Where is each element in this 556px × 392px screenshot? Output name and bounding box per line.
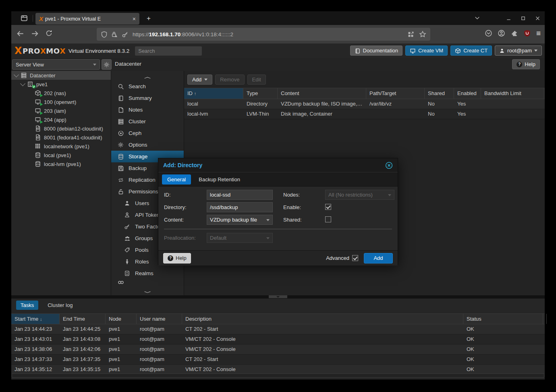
tree-expander[interactable] [14, 72, 19, 77]
reload-button[interactable] [45, 29, 55, 39]
tree-settings-button[interactable] [102, 59, 112, 70]
column-header-content[interactable]: Content [278, 88, 366, 99]
help-button[interactable]: ? Help [512, 59, 540, 69]
horizontal-scrollbar[interactable] [12, 373, 544, 377]
directory-field[interactable] [207, 202, 273, 212]
tree-item-vm[interactable]: 203 (iam) [11, 106, 111, 115]
question-icon: ? [517, 62, 522, 67]
back-button[interactable] [16, 29, 26, 39]
ublock-icon[interactable] [523, 29, 531, 37]
task-row[interactable]: Jan 23 14:37:33Jan 23 14:37:35pve1root@p… [11, 355, 545, 365]
new-tab-button[interactable]: + [144, 14, 153, 23]
browser-titlebar: X pve1 - Proxmox Virtual E × + [11, 11, 545, 25]
tracking-shield-icon[interactable] [101, 31, 108, 37]
shared-checkbox[interactable] [325, 216, 331, 222]
bookmark-star-icon[interactable] [419, 31, 426, 38]
tab-backup-retention[interactable]: Backup Retention [193, 174, 245, 185]
menu-item-clipped[interactable] [111, 279, 184, 286]
dialog-add-button[interactable]: Add [364, 253, 393, 263]
column-header-start-time[interactable]: Start Time ↓ [11, 314, 60, 324]
tree-expander[interactable] [20, 81, 25, 86]
table-row[interactable]: local-lvmLVM-ThinDisk image, ContainerNo… [184, 109, 545, 119]
tab-cluster-log[interactable]: Cluster log [43, 301, 77, 310]
menu-item-summary[interactable]: Summary [111, 92, 184, 104]
column-header-type[interactable]: Type [243, 88, 278, 99]
remove-button[interactable]: Remove [215, 75, 244, 85]
column-header-path[interactable]: Path/Target [366, 88, 425, 99]
add-button[interactable]: Add [187, 75, 212, 85]
task-row[interactable]: Jan 23 14:44:23Jan 23 14:44:25pve1root@p… [11, 324, 545, 334]
enable-checkbox[interactable] [325, 204, 331, 210]
tree-item-node[interactable]: pve1 [11, 80, 111, 89]
account-icon[interactable] [498, 29, 505, 37]
menu-item-ceph[interactable]: Ceph [111, 127, 184, 139]
chevron-down-icon [388, 194, 391, 196]
column-header-id[interactable]: ID ↑ [184, 88, 243, 99]
url-text[interactable]: https://192.168.1.70:8006/#v1:0:18:4::::… [133, 31, 407, 37]
menu-item-notes[interactable]: Notes [111, 104, 184, 116]
forward-button[interactable] [31, 29, 40, 39]
grid-icon[interactable] [407, 31, 414, 37]
tree-item-storage[interactable]: local-lvm (pve1) [11, 160, 111, 168]
column-header-enabled[interactable]: Enabled [454, 88, 481, 99]
dialog-help-button[interactable]: ? Help [163, 253, 191, 263]
task-row[interactable]: Jan 23 14:43:01Jan 23 14:43:08pve1root@p… [11, 334, 545, 344]
pocket-icon[interactable] [485, 29, 492, 37]
browser-tab[interactable]: X pve1 - Proxmox Virtual E × [35, 13, 139, 25]
column-header-node[interactable]: Node [106, 314, 137, 324]
scroll-up-icon[interactable] [142, 74, 153, 78]
tree-item-vm[interactable]: 204 (app) [11, 115, 111, 124]
window-minimize-button[interactable] [501, 15, 516, 21]
splitter-collapse-handle[interactable] [269, 295, 287, 298]
task-row[interactable]: Jan 23 14:38:06Jan 23 14:42:06pve1root@p… [11, 344, 545, 355]
window-maximize-button[interactable] [516, 15, 530, 21]
tree-item-vm[interactable]: 100 (openwrt) [11, 97, 111, 106]
url-bar[interactable]: https://192.168.1.70:8006/#v1:0:18:4::::… [97, 28, 430, 41]
dialog-header[interactable]: Add: Directory [158, 158, 398, 172]
global-search-input[interactable] [135, 46, 202, 56]
table-row[interactable]: localDirectoryVZDump backup file, ISO im… [184, 99, 545, 109]
tree-item-ct[interactable]: 202 (nas) [11, 89, 111, 97]
window-close-button[interactable] [530, 15, 545, 21]
tab-list-chevron-icon[interactable] [472, 15, 482, 22]
user-menu-button[interactable]: root@pam [495, 46, 542, 56]
tree-item-template[interactable]: 8000 (debian12-cloudinit) [11, 124, 111, 133]
menu-item-cluster[interactable]: Cluster [111, 116, 184, 127]
documentation-button[interactable]: Documentation [350, 46, 402, 56]
column-header-end-time[interactable]: End Time [60, 314, 106, 324]
edit-button[interactable]: Edit [247, 75, 266, 85]
column-header-bandwidth[interactable]: Bandwidth Limit [481, 88, 544, 99]
column-header-user[interactable]: User name [137, 314, 182, 324]
version-subtitle: Virtual Environment 8.3.2 [68, 48, 129, 54]
tab-general[interactable]: General [162, 174, 191, 185]
tab-tasks[interactable]: Tasks [16, 301, 38, 310]
tree-item-network[interactable]: localnetwork (pve1) [11, 142, 111, 151]
column-header-status[interactable]: Status [463, 314, 543, 324]
extensions-puzzle-icon[interactable] [510, 29, 518, 37]
menu-hamburger-icon[interactable]: ≡ [536, 29, 541, 37]
advanced-checkbox[interactable] [352, 255, 358, 261]
id-field[interactable] [207, 190, 273, 200]
preallocation-select[interactable]: Default [207, 233, 273, 243]
saved-password-key-icon[interactable] [122, 31, 129, 37]
create-ct-button[interactable]: Create CT [450, 46, 492, 56]
column-header-shared[interactable]: Shared [425, 88, 454, 99]
column-header-description[interactable]: Description [182, 314, 463, 324]
lock-warning-icon[interactable] [111, 31, 118, 37]
menu-item-options[interactable]: Options [111, 139, 184, 151]
tab-close-icon[interactable]: × [131, 16, 137, 22]
create-vm-button[interactable]: Create VM [405, 46, 448, 56]
content-select[interactable]: VZDump backup file [207, 215, 273, 225]
tree-item-storage[interactable]: local (pve1) [11, 151, 111, 160]
firefox-view-icon[interactable] [20, 14, 30, 22]
menu-item-search[interactable]: Search [111, 81, 184, 92]
view-mode-select[interactable]: Server View [12, 59, 100, 70]
menu-item-realms[interactable]: Realms [111, 268, 184, 279]
app-header: XPROXMOX Virtual Environment 8.3.2 Docum… [11, 44, 545, 58]
scroll-down-icon[interactable] [142, 288, 153, 292]
panel-splitter[interactable] [11, 295, 545, 299]
tree-item-datacenter[interactable]: Datacenter [11, 71, 111, 80]
dialog-close-icon[interactable] [385, 162, 393, 169]
nodes-select[interactable]: All (No restrictions) [325, 190, 394, 200]
tree-item-template[interactable]: 8001 (fedora41-cloudinit) [11, 133, 111, 142]
